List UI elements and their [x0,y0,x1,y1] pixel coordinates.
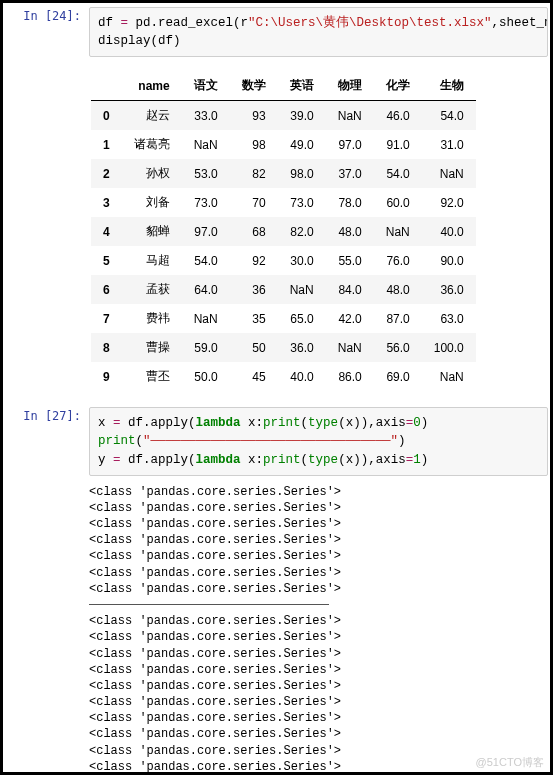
t: ) [421,453,429,467]
df-row-index: 3 [91,188,122,217]
table-row: 8曹操59.05036.0NaN56.0100.0 [91,333,476,362]
df-col-header: 语文 [182,71,230,101]
df-cell: 37.0 [326,159,374,188]
df-row-index: 4 [91,217,122,246]
output-divider [89,604,329,605]
df-cell: 70 [230,188,278,217]
df-cell: 40.0 [422,217,476,246]
df-cell: 30.0 [278,246,326,275]
t: ,sheet_name [492,16,548,30]
df-cell: 84.0 [326,275,374,304]
df-cell: 46.0 [374,101,422,131]
df-cell: 40.0 [278,362,326,391]
dataframe-output: name语文数学英语物理化学生物 0赵云33.09339.0NaN46.054.… [81,61,550,403]
df-cell: 49.0 [278,130,326,159]
t: (x)),axis [338,416,406,430]
df-cell: 48.0 [326,217,374,246]
df-cell: 诸葛亮 [122,130,182,159]
df-cell: 82 [230,159,278,188]
t: "————————————————————————————————" [143,434,398,448]
df-col-header: 英语 [278,71,326,101]
df-cell: 73.0 [278,188,326,217]
df-cell: 78.0 [326,188,374,217]
df-row-index: 6 [91,275,122,304]
df-cell: NaN [278,275,326,304]
df-cell: 64.0 [182,275,230,304]
df-cell: 曹丕 [122,362,182,391]
t: 1 [413,453,421,467]
df-cell: 97.0 [326,130,374,159]
code-input-1[interactable]: df = pd.read_excel(r"C:\Users\黄伟\Desktop… [89,7,548,57]
prompt-1: In [24]: [3,3,89,29]
df-cell: 36.0 [278,333,326,362]
df-cell: 91.0 [374,130,422,159]
t: print [263,416,301,430]
table-row: 6孟获64.036NaN84.048.036.0 [91,275,476,304]
table-row: 5马超54.09230.055.076.090.0 [91,246,476,275]
df-cell: NaN [422,362,476,391]
table-row: 7费祎NaN3565.042.087.063.0 [91,304,476,333]
df-cell: 92 [230,246,278,275]
df-cell: 90.0 [422,246,476,275]
df-cell: NaN [326,101,374,131]
df-col-header: 生物 [422,71,476,101]
df-cell: 93 [230,101,278,131]
df-cell: 69.0 [374,362,422,391]
df-cell: 60.0 [374,188,422,217]
df-cell: 55.0 [326,246,374,275]
t: = [113,416,121,430]
t: ( [301,453,309,467]
code-input-2[interactable]: x = df.apply(lambda x:print(type(x)),axi… [89,407,548,475]
df-row-index: 7 [91,304,122,333]
df-cell: 82.0 [278,217,326,246]
df-row-index: 9 [91,362,122,391]
df-col-header: 化学 [374,71,422,101]
t: display(df) [98,34,181,48]
df-cell: 86.0 [326,362,374,391]
table-row: 3刘备73.07073.078.060.092.0 [91,188,476,217]
df-body: 0赵云33.09339.0NaN46.054.01诸葛亮NaN9849.097.… [91,101,476,392]
df-col-header: 物理 [326,71,374,101]
df-cell: 63.0 [422,304,476,333]
df-cell: 73.0 [182,188,230,217]
table-row: 1诸葛亮NaN9849.097.091.031.0 [91,130,476,159]
t: "C:\Users\黄伟\Desktop\test.xlsx" [248,16,492,30]
df-cell: 33.0 [182,101,230,131]
t: 0 [413,416,421,430]
df-cell: 65.0 [278,304,326,333]
df-cell: 98.0 [278,159,326,188]
df-row-index: 1 [91,130,122,159]
df-cell: 54.0 [182,246,230,275]
df-cell: 孟获 [122,275,182,304]
df-cell: 53.0 [182,159,230,188]
df-cell: NaN [374,217,422,246]
t: ) [398,434,406,448]
table-row: 0赵云33.09339.0NaN46.054.0 [91,101,476,131]
t: ( [301,416,309,430]
df-cell: 孙权 [122,159,182,188]
t: print [98,434,136,448]
df-cell: 39.0 [278,101,326,131]
output-block-1: <class 'pandas.core.series.Series'> <cla… [89,485,341,596]
t: df.apply( [121,453,196,467]
df-cell: 曹操 [122,333,182,362]
df-cell: 76.0 [374,246,422,275]
t: type [308,416,338,430]
df-cell: 48.0 [374,275,422,304]
t: pd.read_excel(r [128,16,248,30]
df-cell: 59.0 [182,333,230,362]
t: print [263,453,301,467]
df-cell: 54.0 [422,101,476,131]
df-cell: 50 [230,333,278,362]
code: df = pd.read_excel(r"C:\Users\黄伟\Desktop… [98,16,548,48]
t: lambda [196,453,241,467]
df-row-index: 8 [91,333,122,362]
df-cell: 貂蝉 [122,217,182,246]
t: x: [241,416,264,430]
table-row: 4貂蝉97.06882.048.0NaN40.0 [91,217,476,246]
df-cell: 35 [230,304,278,333]
df-cell: 31.0 [422,130,476,159]
df-cell: 97.0 [182,217,230,246]
df-row-index: 0 [91,101,122,131]
t: ( [136,434,144,448]
